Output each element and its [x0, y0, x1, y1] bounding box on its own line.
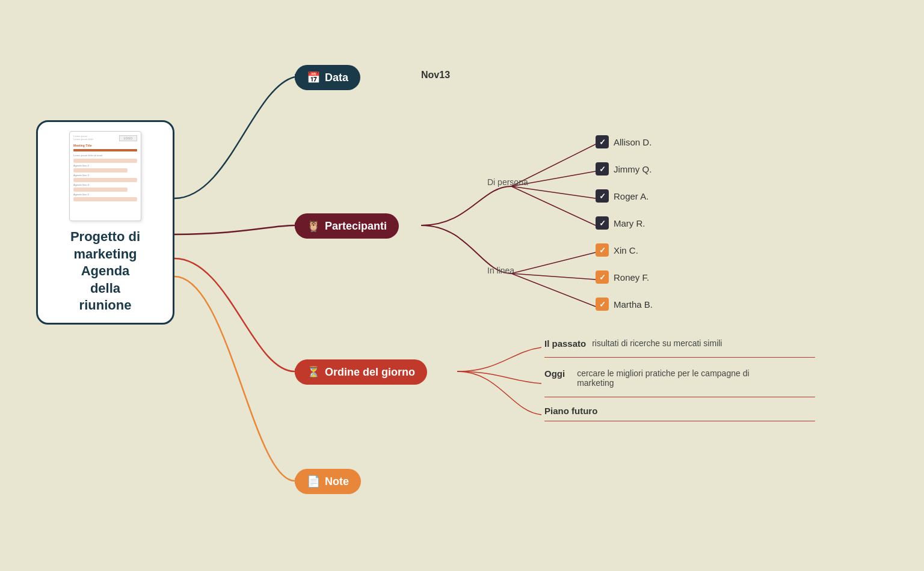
note-icon: 📄 — [307, 475, 320, 488]
central-title: Progetto di marketing Agenda della riuni… — [70, 228, 140, 314]
svg-line-9 — [511, 273, 596, 279]
checkbox-martha — [596, 298, 609, 311]
checkbox-xin — [596, 243, 609, 257]
divider-futuro — [544, 421, 815, 421]
in-linea-label: In linea — [487, 266, 514, 275]
svg-line-8 — [511, 252, 596, 273]
participant-roger: Roger A. — [596, 189, 648, 203]
participant-jimmy: Jimmy Q. — [596, 162, 651, 176]
date-value: Nov13 — [421, 70, 450, 81]
checkbox-jimmy — [596, 162, 609, 176]
agenda-futuro: Piano futuro — [544, 406, 597, 416]
passato-label: Il passato — [544, 338, 586, 349]
doc-meeting-title: Meeting Title — [73, 144, 137, 147]
participant-allison: Allison D. — [596, 135, 651, 148]
checkbox-mary — [596, 216, 609, 230]
ordine-label: Ordine del giorno — [325, 366, 415, 379]
checkbox-roney — [596, 270, 609, 284]
agenda-passato: Il passato risultati di ricerche su merc… — [544, 338, 722, 349]
participant-roney: Roney F. — [596, 270, 649, 284]
agenda-oggi: Oggi cercare le migliori pratiche per le… — [544, 368, 773, 388]
central-node: Lorem ipsum Lorem ipsum dolor LOGO Meeti… — [36, 120, 174, 325]
owl-icon: 🦉 — [307, 219, 320, 233]
svg-line-6 — [511, 186, 596, 198]
participant-mary: Mary R. — [596, 216, 645, 230]
participant-xin: Xin C. — [596, 243, 638, 257]
divider-passato — [544, 357, 815, 358]
data-label: Data — [325, 72, 348, 84]
checkbox-allison — [596, 135, 609, 148]
svg-line-7 — [511, 186, 596, 225]
branch-ordine-node[interactable]: ⏳ Ordine del giorno — [295, 359, 427, 385]
partecipanti-label: Partecipanti — [325, 220, 387, 233]
branch-data-node[interactable]: 📅 Data — [295, 65, 360, 90]
hourglass-icon: ⏳ — [307, 365, 320, 379]
branch-note-node[interactable]: 📄 Note — [295, 469, 361, 494]
futuro-label: Piano futuro — [544, 406, 597, 416]
branch-partecipanti-node[interactable]: 🦉 Partecipanti — [295, 213, 399, 239]
oggi-text: cercare le migliori pratiche per le camp… — [577, 368, 773, 388]
doc-preview: Lorem ipsum Lorem ipsum dolor LOGO Meeti… — [69, 131, 141, 221]
calendar-icon: 📅 — [307, 71, 320, 84]
logo-placeholder: LOGO — [119, 135, 137, 141]
note-label: Note — [325, 475, 349, 488]
passato-text: risultati di ricerche su mercati simili — [592, 338, 722, 348]
svg-line-10 — [511, 273, 596, 307]
oggi-label: Oggi — [544, 368, 565, 379]
participant-martha: Martha B. — [596, 298, 653, 311]
checkbox-roger — [596, 189, 609, 203]
di-persona-label: Di persona — [487, 177, 528, 187]
divider-oggi — [544, 397, 815, 397]
